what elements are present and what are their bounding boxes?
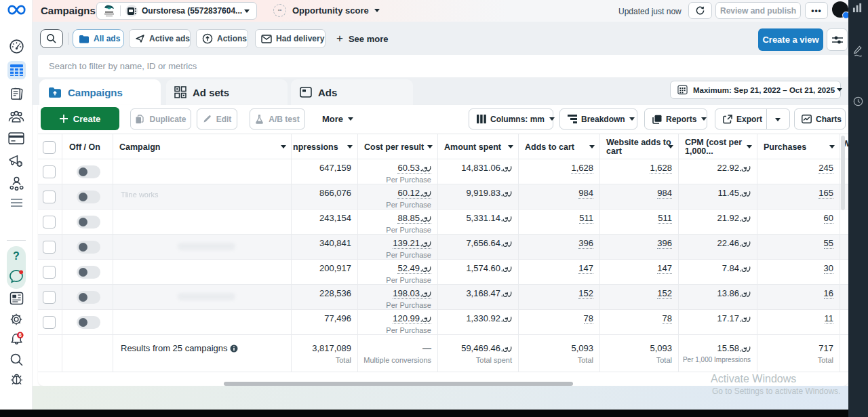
svg-text:6: 6 [18, 332, 22, 338]
svg-text:?: ? [13, 250, 20, 262]
